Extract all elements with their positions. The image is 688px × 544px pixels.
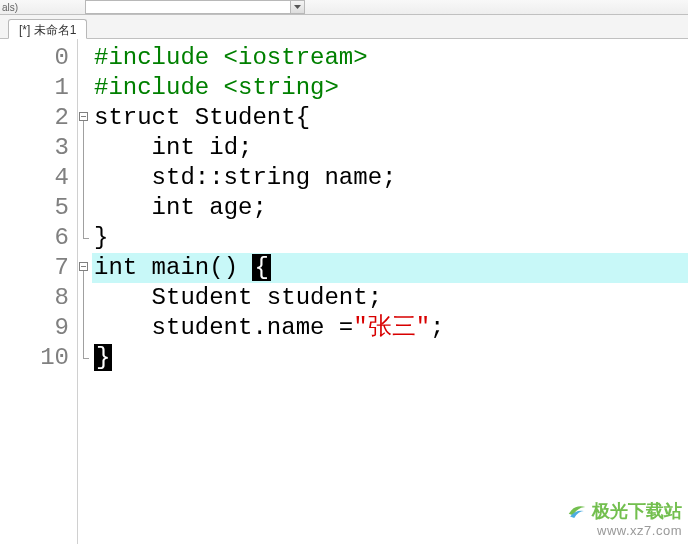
brace-match-close: }: [94, 344, 112, 371]
code-line[interactable]: Student student;: [92, 283, 688, 313]
line-number: 3: [0, 133, 77, 163]
fold-column: [78, 39, 92, 544]
line-number: 4: [0, 163, 77, 193]
code-line[interactable]: #include <iostream>: [92, 43, 688, 73]
tab-untitled[interactable]: [*] 未命名1: [8, 19, 87, 39]
fold-toggle-icon[interactable]: [79, 262, 88, 271]
watermark-url: www.xz7.com: [566, 523, 682, 538]
line-number: 8: [0, 283, 77, 313]
code-line[interactable]: std::string name;: [92, 163, 688, 193]
keyword-token: int: [94, 254, 137, 281]
code-area[interactable]: #include <iostream> #include <string> st…: [92, 39, 688, 544]
code-text: }: [94, 224, 108, 251]
tab-strip: [*] 未命名1: [0, 15, 688, 39]
line-number-gutter: 0 1 2 3 4 5 6 7 8 9 10: [0, 39, 78, 544]
code-text: Student{: [180, 104, 310, 131]
watermark-logo-icon: [566, 500, 588, 522]
code-text: age;: [195, 194, 267, 221]
preprocessor-token: #include <iostream>: [94, 44, 368, 71]
line-number: 10: [0, 343, 77, 373]
code-text: main(): [137, 254, 252, 281]
preprocessor-token: #include <string>: [94, 74, 339, 101]
fold-toggle-icon[interactable]: [79, 112, 88, 121]
code-text: student.name =: [152, 314, 354, 341]
line-number: 2: [0, 103, 77, 133]
code-text: Student student;: [152, 284, 382, 311]
code-line[interactable]: #include <string>: [92, 73, 688, 103]
line-number: 6: [0, 223, 77, 253]
code-line[interactable]: }: [92, 343, 688, 373]
code-text: std::string name;: [152, 164, 397, 191]
line-number: 5: [0, 193, 77, 223]
code-text: ;: [430, 314, 444, 341]
line-number: 1: [0, 73, 77, 103]
code-line[interactable]: }: [92, 223, 688, 253]
toolbar: als): [0, 0, 688, 15]
brace-match-open: {: [252, 254, 270, 281]
dropdown-arrow-icon[interactable]: [290, 1, 304, 13]
keyword-token: struct: [94, 104, 180, 131]
line-number: 7: [0, 253, 77, 283]
watermark: 极光下载站 www.xz7.com: [566, 499, 682, 538]
keyword-token: int: [152, 134, 195, 161]
keyword-token: int: [152, 194, 195, 221]
code-editor[interactable]: 0 1 2 3 4 5 6 7 8 9 10: [0, 39, 688, 544]
svg-marker-0: [294, 5, 301, 9]
scope-dropdown[interactable]: [85, 0, 305, 14]
code-line[interactable]: int id;: [92, 133, 688, 163]
line-number: 0: [0, 43, 77, 73]
code-line[interactable]: struct Student{: [92, 103, 688, 133]
toolbar-remnant-label: als): [2, 2, 18, 13]
code-line[interactable]: student.name ="张三";: [92, 313, 688, 343]
line-number: 9: [0, 313, 77, 343]
watermark-title: 极光下载站: [592, 499, 682, 523]
string-token: "张三": [353, 314, 430, 341]
code-line[interactable]: int age;: [92, 193, 688, 223]
code-line-current[interactable]: int main() {: [92, 253, 688, 283]
code-text: id;: [195, 134, 253, 161]
